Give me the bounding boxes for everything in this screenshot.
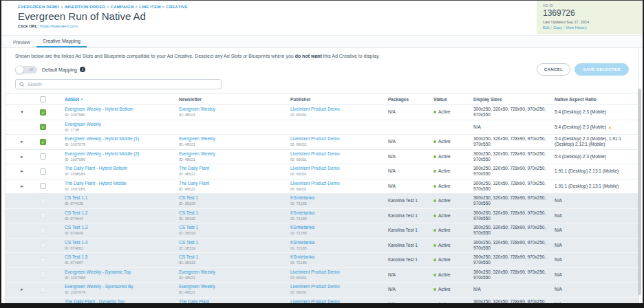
breadcrumb-line-item[interactable]: LINE ITEM bbox=[139, 5, 160, 9]
newsletter-link[interactable]: CS Test 1 bbox=[179, 210, 198, 215]
publisher-link[interactable]: LiveIntent Product Demo bbox=[290, 284, 340, 289]
publisher-link[interactable]: LiveIntent Product Demo bbox=[290, 166, 340, 170]
expand-chevron-icon[interactable]: ▾ bbox=[14, 109, 30, 115]
expand-chevron-icon[interactable]: ▸ bbox=[14, 139, 30, 144]
column-adslot[interactable]: AdSlot ▲ bbox=[61, 97, 179, 102]
display-sizes-cell: 300x250, 320x50, 728x90, 970x250, 970x55… bbox=[473, 210, 555, 221]
row-checkbox[interactable]: ✓ bbox=[40, 124, 46, 130]
adslot-link[interactable]: Evergreen Weekly - Sponsored By bbox=[65, 284, 133, 289]
display-sizes-cell: 300x250, 320x50, 728x90, 970x250, 970x55… bbox=[473, 225, 555, 236]
publisher-link[interactable]: LiveIntent Product Demo bbox=[290, 299, 340, 304]
breadcrumb-campaign[interactable]: CAMPAIGN bbox=[111, 5, 134, 9]
publisher-link[interactable]: LiveIntent Product Demo bbox=[290, 270, 340, 274]
publisher-link[interactable]: KSmietanka bbox=[290, 225, 314, 230]
newsletter-link[interactable]: The Daily Plant bbox=[179, 181, 209, 186]
newsletter-link[interactable]: Evergreen Weekly bbox=[179, 136, 215, 141]
expand-chevron-icon[interactable]: ▸ bbox=[14, 184, 30, 189]
expand-chevron-icon[interactable]: ▸ bbox=[14, 287, 30, 292]
expand-chevron-icon[interactable]: ▸ bbox=[14, 154, 30, 160]
newsletter-link[interactable]: Evergreen Weekly bbox=[179, 151, 215, 156]
table-row: ✓ Evergreen Weekly ID: 1738 N/A 5:4 (Des… bbox=[6, 120, 638, 135]
adslot-cell: CS Test 1.5 ID: 874867 bbox=[61, 254, 179, 265]
row-checkbox[interactable] bbox=[40, 183, 46, 189]
status-cell: Active bbox=[433, 198, 473, 204]
breadcrumb-creative[interactable]: CREATIVE bbox=[166, 5, 188, 9]
save-selected-button[interactable]: SAVE SELECTED bbox=[575, 63, 629, 76]
adslot-link[interactable]: CS Test 1.5 bbox=[65, 254, 87, 259]
click-url-link[interactable]: https://liveintent.com bbox=[40, 24, 78, 28]
aspect-ratio-text: 5:4 (Desktop) 2:3 (Mobile) bbox=[555, 109, 606, 114]
row-checkbox[interactable]: ✓ bbox=[40, 109, 46, 116]
row-checkbox bbox=[40, 228, 46, 234]
column-display-sizes[interactable]: Display Sizes bbox=[473, 97, 555, 102]
vertical-scrollbar[interactable] bbox=[638, 89, 641, 295]
publisher-link[interactable]: LiveIntent Product Demo bbox=[290, 181, 340, 186]
newsletter-link[interactable]: Evergreen Weekly bbox=[179, 270, 215, 274]
adslot-link[interactable]: CS Test 1.3 bbox=[65, 225, 87, 230]
default-mapping-toggle[interactable]: off bbox=[15, 66, 37, 74]
newsletter-link[interactable]: The Daily Plant bbox=[179, 299, 209, 304]
adslot-link[interactable]: Evergreen Weekly - Dynamic Top bbox=[65, 270, 131, 274]
publisher-link[interactable]: KSmietanka bbox=[290, 254, 314, 259]
status-cell: Active bbox=[433, 272, 473, 278]
search-box[interactable] bbox=[15, 79, 222, 89]
aspect-ratio-cell: 5:4 (Desktop) 2:3 (Mobile), 1.91:1 (Desk… bbox=[555, 136, 632, 147]
newsletter-link[interactable]: Evergreen Weekly bbox=[179, 284, 215, 289]
breadcrumb-insertion-order[interactable]: INSERTION ORDER bbox=[65, 5, 105, 9]
newsletter-link[interactable]: CS Test 1 bbox=[179, 240, 198, 245]
newsletter-link[interactable]: CS Test 1 bbox=[179, 225, 198, 230]
newsletter-cell: CS Test 1 ID: 38319 bbox=[179, 254, 290, 265]
adslot-link[interactable]: The Daily Plant - Hybrid Bottom bbox=[65, 166, 127, 170]
adslot-link[interactable]: Evergreen Weekly - Hybrid Middle (1) bbox=[65, 136, 139, 141]
view-history-link[interactable]: View History bbox=[566, 25, 586, 30]
tab-preview[interactable]: Preview bbox=[7, 37, 36, 47]
expand-chevron-icon[interactable]: ▸ bbox=[14, 168, 30, 174]
publisher-link[interactable]: KSmietanka bbox=[290, 240, 314, 245]
publisher-link[interactable]: LiveIntent Product Demo bbox=[290, 107, 340, 111]
column-aspect-ratio[interactable]: Native Aspect Ratio bbox=[555, 97, 632, 102]
copy-link[interactable]: Copy bbox=[553, 25, 562, 30]
search-input[interactable] bbox=[28, 82, 217, 87]
tab-creative-mapping[interactable]: Creative Mapping bbox=[36, 36, 87, 47]
column-status[interactable]: Status bbox=[433, 97, 473, 102]
adslot-cell: Evergreen Weekly - Hybrid Bottom ID: 100… bbox=[61, 107, 179, 118]
status-cell: Active bbox=[433, 257, 473, 263]
publisher-link[interactable]: LiveIntent Product Demo bbox=[290, 151, 340, 156]
newsletter-cell: Evergreen Weekly ID: 48021 bbox=[179, 270, 290, 280]
publisher-link[interactable]: KSmietanka bbox=[290, 195, 314, 200]
publisher-link[interactable]: KSmietanka bbox=[290, 210, 314, 215]
adslot-link[interactable]: Evergreen Weekly bbox=[65, 122, 101, 126]
adslot-link[interactable]: The Daily Plant - Dynamic Top bbox=[65, 299, 125, 304]
row-checkbox[interactable] bbox=[40, 168, 46, 175]
aspect-ratio-text: 1.91:1 (Desktop) 2.13:1 (Mobile) bbox=[555, 168, 619, 173]
display-sizes-cell: 300x250, 320x50, 728x90, 970x250, 970x55… bbox=[473, 240, 555, 251]
newsletter-link[interactable]: CS Test 1 bbox=[179, 254, 198, 259]
adslot-cell: Evergreen Weekly - Hybrid Middle (2) ID:… bbox=[61, 151, 179, 162]
cancel-button[interactable]: CANCEL bbox=[537, 63, 570, 76]
status-label: Active bbox=[438, 184, 451, 189]
newsletter-id: ID: 38319 bbox=[179, 217, 195, 221]
adslot-link[interactable]: CS Test 1.1 bbox=[65, 195, 87, 200]
newsletter-link[interactable]: CS Test 1 bbox=[179, 195, 198, 200]
adslot-link[interactable]: The Daily Plant - Hybrid Middle bbox=[65, 181, 127, 186]
adslot-link[interactable]: CS Test 1.4 bbox=[65, 240, 87, 245]
select-all-checkbox[interactable] bbox=[40, 96, 46, 102]
edit-link[interactable]: Edit bbox=[543, 25, 549, 30]
column-packages[interactable]: Packages bbox=[388, 97, 433, 102]
publisher-link[interactable]: LiveIntent Product Demo bbox=[290, 136, 340, 141]
info-icon[interactable]: i bbox=[80, 67, 85, 72]
newsletter-link[interactable]: Evergreen Weekly bbox=[179, 107, 215, 111]
adslot-cell: Evergreen Weekly - Sponsored By ID: 1007… bbox=[61, 284, 179, 295]
column-publisher[interactable]: Publisher bbox=[290, 97, 388, 102]
row-checkbox[interactable] bbox=[40, 153, 46, 160]
status-cell: Active bbox=[433, 302, 473, 307]
breadcrumb-advertiser[interactable]: EVERGREEN DEMO bbox=[18, 5, 59, 9]
row-checkbox[interactable]: ✓ bbox=[40, 139, 46, 145]
adslot-link[interactable]: Evergreen Weekly - Hybrid Middle (2) bbox=[65, 151, 139, 156]
adslot-link[interactable]: Evergreen Weekly - Hybrid Bottom bbox=[65, 107, 133, 111]
link-separator: | bbox=[564, 25, 564, 30]
newsletter-link[interactable]: The Daily Plant bbox=[179, 166, 209, 170]
column-newsletter[interactable]: Newsletter bbox=[179, 97, 290, 102]
adslot-link[interactable]: CS Test 1.2 bbox=[65, 210, 87, 215]
toggle-state-label: off bbox=[29, 67, 33, 72]
